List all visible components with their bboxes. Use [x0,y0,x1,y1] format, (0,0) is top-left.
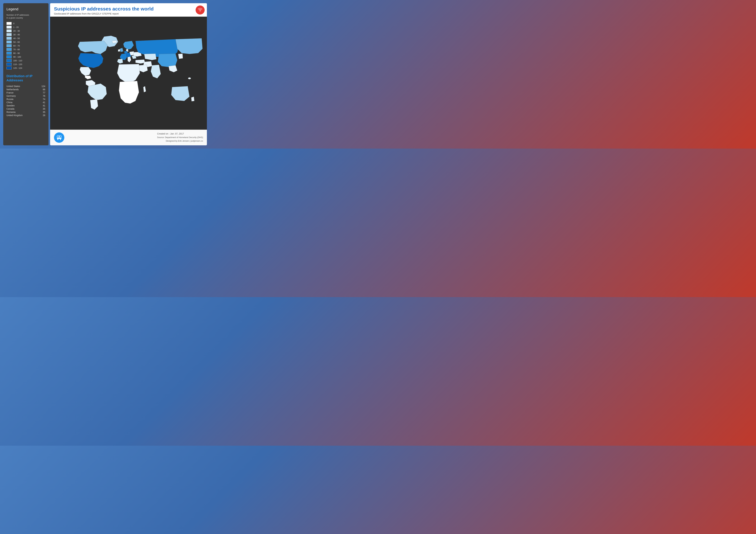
distribution-row: United States 124 [7,85,45,88]
legend-color-swatch [7,59,12,62]
right-panel: Suspicious IP addresses accross the worl… [50,3,207,145]
legend-item: 110 - 120 [7,63,45,66]
legend-color-swatch [7,55,12,58]
country-count: 41 [43,101,45,104]
legend-color-swatch [7,33,12,36]
legend-item: 50 - 60 [7,40,45,43]
country-name: Sweden [7,104,43,107]
legend-label: 0 [13,22,14,25]
legend-item: 90 - 100 [7,55,45,58]
legend-label: 20 - 30 [13,30,20,32]
legend-label: 80 - 90 [13,52,20,54]
svg-point-7 [60,139,61,140]
wifi-icon [196,6,204,14]
left-panel: Legend Number of IP addressesin a given … [3,3,48,145]
map-footer: Created on : Jan. 07, 2017 Source: Depar… [50,130,207,145]
legend-item: 70 - 80 [7,48,45,51]
legend-color-swatch [7,52,12,55]
svg-rect-4 [60,136,61,137]
footer-created: Created on : Jan. 07, 2017 [157,132,203,135]
legend-color-swatch [7,26,12,29]
legend-color-swatch [7,63,12,66]
legend-items: 0 1 - 20 20 - 30 30 - 40 40 - 50 50 - 60… [7,22,45,69]
country-name: France [7,91,43,94]
legend-item: 20 - 30 [7,29,45,32]
country-count: 74 [43,98,45,100]
legend-item: 1 - 20 [7,26,45,29]
legend-label: 50 - 60 [13,41,20,43]
country-name: United Kingdom [7,114,43,116]
distribution-row: Netherlands 86 [7,88,45,91]
legend-label: 100 - 110 [13,60,22,62]
legend-label: 30 - 40 [13,34,20,36]
svg-rect-8 [57,138,62,138]
legend-color-swatch [7,66,12,69]
legend-item: 0 [7,22,45,25]
distribution-row: China 41 [7,101,45,104]
map-header: Suspicious IP addresses accross the worl… [50,3,207,17]
legend-title: Legend [7,7,45,11]
legend-label: 90 - 100 [13,56,21,58]
bus-icon [54,132,64,143]
legend-label: 70 - 80 [13,48,20,51]
country-name: Germany [7,95,43,97]
legend-item: 30 - 40 [7,33,45,36]
map-area [50,17,207,130]
country-count: 35 [43,111,45,114]
legend-subtitle: Number of IP addressesin a given country [7,13,45,19]
world-map [50,17,207,130]
country-count: 124 [41,85,45,88]
country-name: United States [7,85,41,88]
footer-text-container: Created on : Jan. 07, 2017 Source: Depar… [157,132,203,143]
distribution-row: Romania 35 [7,111,45,114]
legend-item: 80 - 90 [7,52,45,55]
country-count: 26 [43,114,45,116]
legend-item: 60 - 70 [7,44,45,47]
distribution-row: Sweden 41 [7,104,45,107]
legend-color-swatch [7,37,12,40]
distribution-row: Canada 35 [7,108,45,110]
svg-rect-3 [57,136,59,137]
country-name: Russia [7,98,43,100]
legend-item: 40 - 50 [7,37,45,40]
country-count: 41 [43,104,45,107]
country-count: 35 [43,108,45,110]
main-container: Legend Number of IP addressesin a given … [3,3,207,145]
svg-point-1 [188,78,191,79]
legend-label: 1 - 20 [13,26,18,28]
map-main-title: Suspicious IP addresses accross the worl… [54,6,203,12]
legend-item: 100 - 110 [7,59,45,62]
legend-label: 60 - 70 [13,44,20,47]
legend-item: 120 - 124 [7,66,45,69]
footer-source: Source: Department of Homeland Security … [157,136,203,143]
legend-color-swatch [7,29,12,32]
svg-rect-5 [57,138,62,139]
distribution-row: Germany 76 [7,95,45,97]
country-name: China [7,101,43,104]
distribution-row: France 77 [7,91,45,94]
distribution-table: United States 124 Netherlands 86 France … [7,85,45,116]
legend-color-swatch [7,40,12,43]
legend-label: 120 - 124 [13,67,22,69]
country-count: 76 [43,95,45,97]
country-name: Netherlands [7,88,43,91]
legend-color-swatch [7,44,12,47]
country-count: 77 [43,91,45,94]
legend-color-swatch [7,22,12,25]
legend-label: 110 - 120 [13,63,22,65]
country-name: Romania [7,111,43,114]
distribution-row: United Kingdom 26 [7,114,45,116]
map-subtitle: Geolocated IP addresses from the GRIZZLY… [54,12,203,15]
svg-point-6 [57,139,58,140]
legend-color-swatch [7,48,12,51]
legend-label: 40 - 50 [13,37,20,39]
distribution-title: Distribution of IPAddresses [7,74,45,82]
country-name: Canada [7,108,43,110]
distribution-row: Russia 74 [7,98,45,100]
country-count: 86 [43,88,45,91]
